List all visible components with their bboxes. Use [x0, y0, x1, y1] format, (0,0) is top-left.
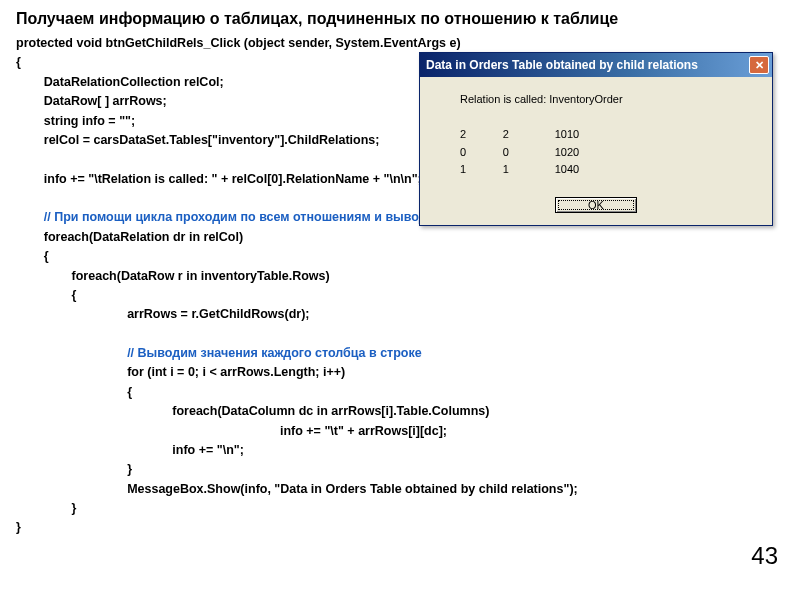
code-line: relCol = carsDataSet.Tables["inventory"]…	[16, 133, 379, 147]
code-line: {	[16, 55, 21, 69]
message-box: Data in Orders Table obtained by child r…	[419, 52, 773, 226]
code-line: {	[16, 249, 49, 263]
code-line: for (int i = 0; i < arrRows.Length; i++)	[16, 365, 345, 379]
code-line: DataRelationCollection relCol;	[16, 75, 224, 89]
dialog-line: Relation is called: InventoryOrder	[460, 93, 623, 105]
dialog-title: Data in Orders Table obtained by child r…	[426, 58, 698, 72]
code-line: info += "\tRelation is called: " + relCo…	[16, 172, 422, 186]
code-line: protected void btnGetChildRels_Click (ob…	[16, 36, 461, 50]
code-line: foreach(DataRow r in inventoryTable.Rows…	[16, 269, 330, 283]
code-line: }	[16, 462, 132, 476]
page-number: 43	[751, 542, 778, 570]
code-line: }	[16, 520, 21, 534]
code-line: {	[16, 385, 132, 399]
dialog-button-row: OK	[420, 189, 772, 225]
code-line: info += "\n";	[16, 443, 244, 457]
code-line: foreach(DataColumn dc in arrRows[i].Tabl…	[16, 404, 489, 418]
code-line: MessageBox.Show(info, "Data in Orders Ta…	[16, 482, 578, 496]
dialog-titlebar[interactable]: Data in Orders Table obtained by child r…	[420, 53, 772, 77]
ok-button[interactable]: OK	[555, 197, 637, 213]
dialog-text: Relation is called: InventoryOrder 2 2 1…	[460, 91, 754, 179]
dialog-row: 1 1 1040	[460, 163, 579, 175]
code-line: arrRows = r.GetChildRows(dr);	[16, 307, 309, 321]
close-icon[interactable]: ✕	[749, 56, 769, 74]
code-comment: // Выводим значения каждого столбца в ст…	[16, 346, 422, 360]
code-line: {	[16, 288, 76, 302]
code-line: foreach(DataRelation dr in relCol)	[16, 230, 243, 244]
code-line: }	[16, 501, 76, 515]
code-line: string info = "";	[16, 114, 135, 128]
slide-title: Получаем информацию о таблицах, подчинен…	[16, 10, 784, 28]
dialog-row: 2 2 1010	[460, 128, 579, 140]
code-line: DataRow[ ] arrRows;	[16, 94, 167, 108]
code-line: info += "\t" + arrRows[i][dc];	[16, 424, 447, 438]
dialog-row: 0 0 1020	[460, 146, 579, 158]
dialog-body: Relation is called: InventoryOrder 2 2 1…	[420, 77, 772, 189]
